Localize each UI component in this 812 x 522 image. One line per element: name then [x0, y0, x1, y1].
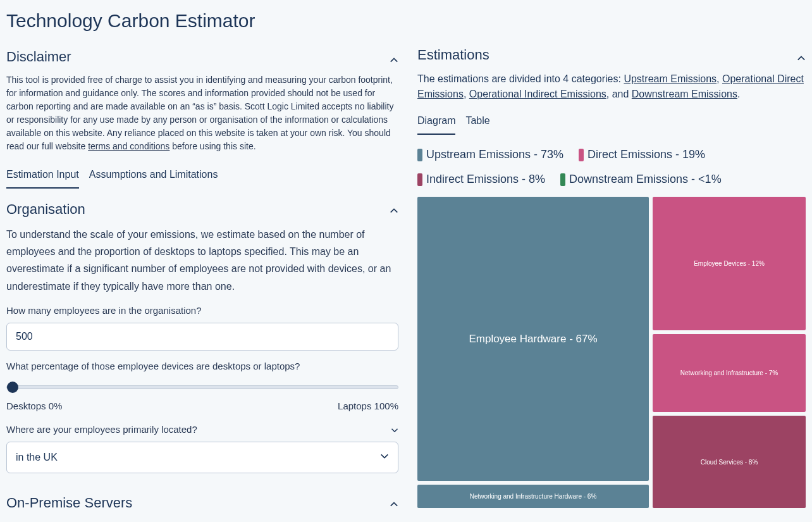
location-value: in the UK	[16, 450, 58, 465]
treemap-block-employee-devices[interactable]: Employee Devices - 12%	[653, 197, 806, 330]
location-select[interactable]: in the UK	[6, 442, 398, 473]
tab-assumptions[interactable]: Assumptions and Limitations	[89, 162, 218, 189]
left-tabs: Estimation Input Assumptions and Limitat…	[6, 162, 398, 189]
location-label: Where are your employees primarily locat…	[6, 423, 197, 437]
swatch-icon	[417, 149, 422, 161]
swatch-icon	[417, 173, 422, 186]
device-pct-slider[interactable]	[6, 385, 398, 389]
tab-diagram[interactable]: Diagram	[417, 108, 455, 135]
chevron-up-icon	[390, 206, 398, 215]
organisation-desc: To understand the scale of your emission…	[6, 226, 398, 295]
tab-table[interactable]: Table	[465, 108, 489, 135]
chevron-up-icon	[390, 500, 398, 509]
swatch-icon	[560, 173, 565, 186]
onprem-heading: On-Premise Servers	[6, 492, 132, 513]
treemap-block-employee-hardware[interactable]: Employee Hardware - 67%	[417, 197, 649, 481]
chevron-up-icon	[390, 56, 398, 65]
treemap-block-networking-hw[interactable]: Networking and Infrastructure Hardware -…	[417, 485, 649, 508]
terms-link[interactable]: terms and conditions	[88, 141, 169, 151]
organisation-header[interactable]: Organisation	[6, 195, 398, 226]
estimations-intro: The estimations are divided into 4 categ…	[417, 71, 806, 102]
legend-upstream: Upstream Emissions - 73%	[417, 146, 563, 163]
device-pct-label: What percentage of those employee device…	[6, 359, 398, 374]
organisation-heading: Organisation	[6, 199, 85, 220]
estimations-header[interactable]: Estimations	[417, 44, 806, 71]
disclaimer-heading: Disclaimer	[6, 46, 71, 67]
treemap-block-networking-infra[interactable]: Networking and Infrastructure - 7%	[653, 334, 806, 412]
legend-downstream: Downstream Emissions - <1%	[560, 171, 722, 188]
tab-estimation-input[interactable]: Estimation Input	[6, 162, 79, 189]
onprem-header[interactable]: On-Premise Servers	[6, 488, 398, 519]
disclaimer-header[interactable]: Disclaimer	[6, 46, 398, 73]
slider-left-label: Desktops 0%	[6, 399, 62, 414]
swatch-icon	[579, 149, 584, 161]
employees-label: How many employees are in the organisati…	[6, 304, 398, 318]
link-indirect[interactable]: Operational Indirect Emissions	[469, 89, 606, 99]
link-upstream[interactable]: Upstream Emissions	[624, 73, 717, 84]
onprem-desc: We'll use the number of servers you use …	[6, 519, 398, 522]
link-downstream[interactable]: Downstream Emissions	[632, 89, 737, 99]
view-tabs: Diagram Table	[417, 108, 806, 135]
chevron-down-icon	[380, 450, 389, 465]
legend: Upstream Emissions - 73% Direct Emission…	[417, 146, 806, 188]
estimations-heading: Estimations	[417, 44, 489, 65]
disclaimer-text: This tool is provided free of charge to …	[6, 73, 398, 153]
slider-right-label: Laptops 100%	[338, 399, 398, 414]
page-title: Technology Carbon Estimator	[6, 6, 398, 35]
treemap-chart: Employee Hardware - 67% Networking and I…	[417, 197, 806, 508]
treemap-block-cloud[interactable]: Cloud Services - 8%	[653, 416, 806, 508]
employees-input[interactable]	[6, 323, 398, 351]
legend-direct: Direct Emissions - 19%	[579, 146, 705, 163]
chevron-up-icon	[797, 54, 806, 63]
chevron-down-icon[interactable]	[391, 424, 398, 432]
legend-indirect: Indirect Emissions - 8%	[417, 171, 545, 188]
